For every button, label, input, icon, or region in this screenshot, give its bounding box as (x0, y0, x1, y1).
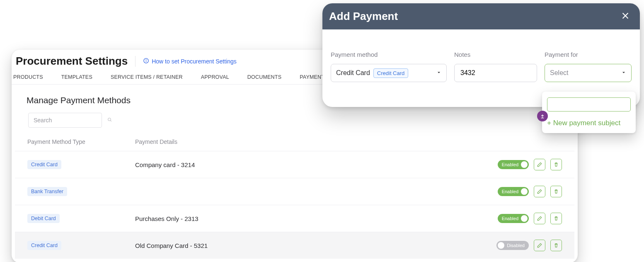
tab-approval[interactable]: APPROVAL (201, 74, 229, 80)
svg-line-4 (110, 120, 111, 121)
row-actions: Enabled (467, 159, 562, 170)
info-icon (143, 58, 149, 65)
table-row: Credit Card Old Company Card - 5321 Disa… (15, 232, 574, 259)
toggle-knob (521, 161, 528, 168)
delete-button[interactable] (550, 186, 562, 197)
edit-button[interactable] (534, 186, 545, 197)
payment-method-chip: Credit Card (373, 68, 408, 78)
tab-products[interactable]: PRODUCTS (13, 74, 43, 80)
table-row: Credit Card Company card - 3214 Enabled (15, 151, 574, 178)
field-notes: Notes (454, 51, 537, 82)
form-row: Payment method Credit Card Credit Card N… (331, 51, 632, 82)
tab-documents[interactable]: DOCUMENTS (247, 74, 281, 80)
tab-templates[interactable]: TEMPLATES (61, 74, 92, 80)
edit-button[interactable] (534, 159, 545, 170)
col-details: Payment Details (135, 138, 467, 145)
enable-toggle[interactable]: Disabled (496, 241, 529, 250)
search-input[interactable] (33, 116, 107, 124)
delete-button[interactable] (550, 240, 562, 251)
toggle-label: Enabled (502, 189, 518, 194)
details-cell: Old Company Card - 5321 (135, 242, 467, 249)
upload-badge-icon (537, 111, 548, 121)
payment-for-placeholder: Select (550, 69, 568, 77)
new-payment-subject-option[interactable]: + New payment subject (547, 119, 631, 127)
row-actions: Enabled (467, 213, 562, 224)
label-payment-method: Payment method (331, 51, 447, 58)
details-cell: Purchases Only - 2313 (135, 215, 467, 222)
svg-point-2 (146, 59, 146, 60)
payment-methods-table: Payment Method Type Payment Details Cred… (12, 138, 578, 262)
label-payment-for: Payment for (545, 51, 632, 58)
table-header: Payment Method Type Payment Details (15, 138, 574, 151)
modal-body: Payment method Credit Card Credit Card N… (322, 29, 640, 107)
type-chip: Bank Transfer (27, 187, 67, 196)
payment-for-dropdown: + New payment subject (542, 92, 636, 133)
help-link-label: How to set Procurement Settings (152, 58, 237, 65)
table-row: Bank Transfer Enabled (15, 178, 574, 205)
toggle-knob (521, 215, 528, 222)
edit-button[interactable] (534, 213, 545, 224)
field-payment-for: Payment for Select (545, 51, 632, 82)
toggle-knob (521, 188, 528, 195)
type-chip: Credit Card (27, 241, 61, 250)
row-actions: Enabled (467, 186, 562, 197)
edit-button[interactable] (534, 240, 545, 251)
divider (135, 56, 136, 67)
close-icon (621, 15, 630, 22)
close-button[interactable] (621, 11, 630, 22)
delete-button[interactable] (550, 159, 562, 170)
toggle-label: Disabled (507, 243, 525, 248)
col-type: Payment Method Type (27, 138, 135, 145)
enable-toggle[interactable]: Enabled (498, 187, 529, 196)
search-icon (107, 116, 112, 124)
notes-input-wrap (454, 64, 537, 82)
payment-method-select[interactable]: Credit Card Credit Card (331, 64, 447, 82)
payment-for-select[interactable]: Select (545, 64, 632, 82)
field-payment-method: Payment method Credit Card Credit Card (331, 51, 447, 82)
table-row: Debit Card Purchases Only - 2313 Enabled (15, 205, 574, 232)
enable-toggle[interactable]: Enabled (498, 160, 529, 169)
page-title: Procurement Settings (15, 55, 128, 68)
toggle-label: Enabled (502, 216, 518, 221)
chevron-down-icon (436, 69, 441, 77)
delete-button[interactable] (550, 213, 562, 224)
modal-title: Add Payment (329, 10, 398, 23)
add-payment-modal: Add Payment Payment method Credit Card C… (322, 3, 640, 107)
help-link[interactable]: How to set Procurement Settings (143, 58, 237, 65)
dropdown-search-input[interactable] (547, 97, 631, 112)
enable-toggle[interactable]: Enabled (498, 214, 529, 223)
details-cell: Company card - 3214 (135, 161, 467, 168)
label-notes: Notes (454, 51, 537, 58)
payment-method-value: Credit Card (336, 69, 370, 77)
svg-point-3 (108, 118, 111, 121)
toggle-knob (498, 242, 504, 249)
chevron-down-icon (621, 69, 626, 77)
modal-header: Add Payment (322, 3, 640, 29)
notes-input[interactable] (460, 69, 544, 77)
row-actions: Disabled (467, 240, 562, 251)
toggle-label: Enabled (502, 162, 518, 167)
tab-service-items[interactable]: SERVICE ITEMS / RETAINER (111, 74, 183, 80)
search-box[interactable] (28, 113, 102, 128)
type-chip: Debit Card (27, 214, 60, 223)
type-chip: Credit Card (27, 160, 61, 169)
